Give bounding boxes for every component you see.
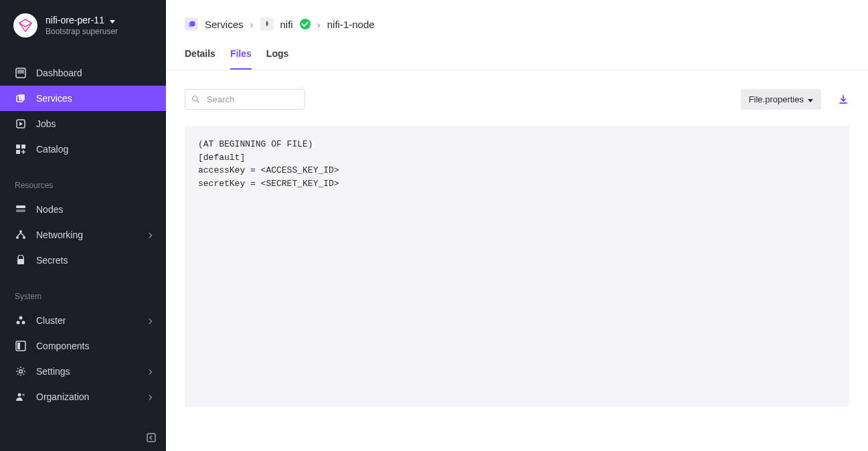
- nav-section-resources: Resources Nodes Networking Secrets: [0, 174, 166, 273]
- sidebar-item-services[interactable]: Services: [0, 86, 166, 111]
- nodes-icon: [15, 203, 27, 215]
- toolbar: File.properties: [185, 89, 849, 110]
- sidebar-item-components[interactable]: Components: [0, 333, 166, 359]
- dashboard-icon: [15, 67, 27, 79]
- breadcrumb-services[interactable]: Services: [205, 19, 244, 30]
- breadcrumb: Services › nifi › nifi-1-node: [185, 17, 849, 31]
- svg-rect-5: [16, 145, 20, 149]
- svg-rect-8: [16, 205, 25, 208]
- svg-point-11: [16, 236, 19, 239]
- sidebar-header: nifi-ore-per-11 Bootstrap superuser: [0, 0, 166, 48]
- sidebar-item-label: Organization: [36, 391, 138, 402]
- sidebar-item-catalog[interactable]: Catalog: [0, 137, 166, 162]
- svg-point-19: [19, 370, 23, 373]
- collapse-sidebar-button[interactable]: [145, 431, 158, 444]
- sidebar-item-organization[interactable]: Organization: [0, 384, 166, 410]
- tab-details[interactable]: Details: [185, 48, 215, 70]
- header: Services › nifi › nifi-1-node Details Fi…: [166, 0, 868, 70]
- org-switcher[interactable]: nifi-ore-per-11 Bootstrap superuser: [46, 15, 118, 36]
- svg-point-25: [193, 96, 198, 101]
- toolbar-right: File.properties: [741, 89, 849, 110]
- sidebar-item-label: Settings: [36, 366, 138, 377]
- main-content: Services › nifi › nifi-1-node Details Fi…: [166, 0, 868, 451]
- networking-icon: [15, 229, 27, 241]
- organization-icon: [15, 391, 27, 403]
- file-selector-dropdown[interactable]: File.properties: [741, 89, 821, 110]
- svg-point-12: [23, 236, 25, 239]
- sidebar-item-nodes[interactable]: Nodes: [0, 197, 166, 222]
- sidebar-item-label: Cluster: [36, 315, 138, 326]
- sidebar-item-label: Catalog: [36, 144, 151, 155]
- sidebar-item-label: Services: [36, 93, 151, 104]
- sidebar-item-label: Nodes: [36, 204, 151, 215]
- services-breadcrumb-icon: [185, 17, 198, 31]
- svg-rect-7: [16, 150, 20, 154]
- svg-point-10: [19, 230, 22, 233]
- caret-down-icon: [108, 15, 115, 25]
- svg-point-21: [22, 393, 25, 396]
- caret-down-icon: [806, 94, 813, 104]
- svg-point-14: [19, 317, 23, 320]
- sidebar-item-label: Secrets: [36, 255, 151, 266]
- chevron-right-icon: [147, 368, 151, 375]
- sidebar-item-networking[interactable]: Networking: [0, 222, 166, 248]
- svg-rect-3: [19, 94, 25, 100]
- sidebar-item-label: Dashboard: [36, 68, 151, 78]
- nav-section-main: Dashboard Services Jobs Catalog: [0, 60, 166, 162]
- sidebar-item-jobs[interactable]: Jobs: [0, 111, 166, 137]
- nifi-service-icon: [260, 17, 274, 31]
- secrets-icon: [15, 254, 27, 266]
- chevron-right-icon: [147, 393, 151, 401]
- svg-point-20: [18, 393, 21, 397]
- svg-rect-24: [190, 21, 195, 25]
- chevron-right-icon: [147, 317, 151, 325]
- avatar: [13, 13, 37, 37]
- svg-rect-18: [17, 343, 20, 349]
- cluster-icon: [15, 314, 27, 327]
- svg-point-16: [22, 321, 25, 325]
- svg-rect-13: [17, 259, 24, 264]
- sidebar-item-label: Components: [36, 341, 151, 351]
- services-icon: [15, 92, 27, 104]
- sidebar-item-cluster[interactable]: Cluster: [0, 308, 166, 333]
- sidebar-item-label: Networking: [36, 230, 138, 240]
- tab-logs[interactable]: Logs: [266, 48, 288, 70]
- sidebar-item-dashboard[interactable]: Dashboard: [0, 60, 166, 86]
- nav-heading-system: System: [0, 285, 166, 308]
- tabs: Details Files Logs: [185, 48, 849, 70]
- sidebar-footer: [0, 426, 166, 451]
- breadcrumb-node: nifi-1-node: [327, 19, 375, 30]
- breadcrumb-service[interactable]: nifi: [280, 19, 293, 30]
- tab-files[interactable]: Files: [230, 48, 252, 70]
- sidebar-item-secrets[interactable]: Secrets: [0, 248, 166, 273]
- sidebar-item-label: Jobs: [36, 118, 151, 129]
- svg-rect-6: [21, 145, 25, 149]
- nav-section-system: System Cluster Components Settings Organ…: [0, 285, 166, 410]
- sidebar: nifi-ore-per-11 Bootstrap superuser Dash…: [0, 0, 166, 451]
- search-input[interactable]: [185, 89, 305, 110]
- jobs-icon: [15, 118, 27, 130]
- svg-rect-9: [16, 209, 25, 212]
- search-icon: [191, 94, 199, 105]
- download-button[interactable]: [837, 94, 849, 106]
- status-healthy-icon: [300, 19, 311, 29]
- file-content-viewer: (AT BEGINNING OF FILE) [default] accessK…: [185, 126, 849, 407]
- catalog-icon: [15, 143, 27, 155]
- org-name: nifi-ore-per-11: [46, 15, 104, 25]
- chevron-right-icon: [147, 232, 151, 239]
- breadcrumb-separator: ›: [317, 19, 321, 30]
- logo-icon: [18, 18, 33, 33]
- nav-heading-resources: Resources: [0, 174, 166, 197]
- settings-icon: [15, 365, 27, 377]
- svg-point-15: [17, 321, 20, 325]
- svg-rect-1: [17, 70, 24, 74]
- sidebar-item-settings[interactable]: Settings: [0, 359, 166, 384]
- content-area: File.properties (AT BEGINNING OF FILE) […: [166, 70, 868, 451]
- components-icon: [15, 340, 27, 352]
- org-subtitle: Bootstrap superuser: [46, 27, 118, 36]
- breadcrumb-separator: ›: [250, 19, 254, 30]
- svg-rect-22: [147, 434, 155, 442]
- search-wrapper: [185, 89, 305, 110]
